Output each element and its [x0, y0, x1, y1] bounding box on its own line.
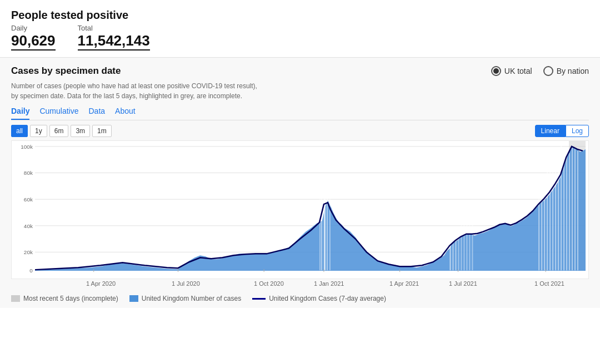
svg-rect-22: [458, 226, 459, 270]
radio-uk-label: UK total: [504, 67, 532, 75]
daily-stat: Daily 90,629: [11, 24, 56, 50]
description-line1: Number of cases (people who have had at …: [11, 82, 257, 90]
radio-uk-circle: [491, 66, 501, 76]
legend-incomplete-label: Most recent 5 days (incomplete): [23, 295, 118, 302]
svg-rect-30: [544, 176, 545, 270]
filter-all[interactable]: all: [11, 125, 28, 137]
svg-text:80k: 80k: [24, 170, 33, 176]
legend-grey-icon: [11, 295, 20, 302]
x-label-jan2021: 1 Jan 2021: [314, 280, 344, 287]
filter-1m[interactable]: 1m: [92, 125, 112, 137]
svg-text:40k: 40k: [24, 223, 33, 229]
controls-row: all 1y 6m 3m 1m Linear Log: [11, 125, 589, 137]
tab-row: Daily Cumulative Data About: [11, 107, 589, 120]
x-label-jul2021: 1 Jul 2021: [449, 280, 477, 287]
svg-rect-28: [538, 185, 539, 270]
scale-filters: Linear Log: [535, 125, 589, 137]
chart-header: Cases by specimen date UK total By natio…: [11, 65, 589, 77]
daily-label: Daily: [11, 24, 56, 32]
svg-rect-38: [566, 151, 567, 270]
chart-svg: 100k 80k 60k 40k 20k 0: [12, 141, 588, 279]
tab-about[interactable]: About: [115, 107, 136, 120]
legend-average-label: United Kingdom Cases (7-day average): [269, 295, 386, 302]
svg-rect-15: [321, 182, 322, 270]
svg-rect-31: [547, 171, 548, 271]
svg-rect-14: [324, 174, 326, 271]
filter-3m[interactable]: 3m: [71, 125, 90, 137]
svg-rect-39: [569, 153, 570, 270]
description-line2: by specimen date. Data for the last 5 da…: [11, 92, 242, 100]
total-stat: Total 11,542,143: [78, 24, 150, 50]
page-title: People tested positive: [11, 9, 589, 22]
x-label-oct2020: 1 Oct 2020: [254, 280, 284, 287]
filter-1y[interactable]: 1y: [30, 125, 47, 137]
x-label-oct2021: 1 Oct 2021: [534, 280, 564, 287]
total-label: Total: [78, 24, 150, 32]
svg-rect-36: [561, 144, 562, 270]
legend-blue-icon: [129, 295, 138, 302]
x-axis-labels: 1 Apr 2020 1 Jul 2020 1 Oct 2020 1 Jan 2…: [11, 279, 589, 280]
daily-value: 90,629: [11, 32, 56, 50]
svg-rect-29: [541, 180, 542, 270]
svg-rect-26: [469, 223, 470, 270]
svg-rect-50: [11, 295, 20, 302]
svg-rect-40: [572, 145, 573, 270]
x-label-apr2021: 1 Apr 2021: [389, 280, 419, 287]
top-section: People tested positive Daily 90,629 Tota…: [0, 0, 600, 58]
svg-text:0: 0: [29, 267, 33, 274]
svg-rect-24: [463, 223, 464, 270]
svg-rect-33: [552, 160, 553, 270]
tab-data[interactable]: Data: [89, 107, 106, 120]
tab-cumulative[interactable]: Cumulative: [39, 107, 78, 120]
chart-description: Number of cases (people who have had at …: [11, 81, 589, 101]
scale-log[interactable]: Log: [566, 125, 589, 137]
radio-nation-label: By nation: [557, 67, 589, 75]
svg-rect-16: [327, 185, 328, 270]
time-filters: all 1y 6m 3m 1m: [11, 125, 112, 137]
svg-rect-41: [574, 149, 576, 270]
radio-uk-total[interactable]: UK total: [491, 66, 532, 76]
legend-row: Most recent 5 days (incomplete) United K…: [11, 295, 589, 302]
legend-cases-label: United Kingdom Number of cases: [142, 295, 241, 302]
svg-rect-35: [558, 149, 559, 270]
stats-row: Daily 90,629 Total 11,542,143: [11, 24, 589, 50]
svg-rect-20: [452, 232, 453, 270]
svg-rect-17: [319, 190, 321, 270]
x-label-jul2020: 1 Jul 2020: [172, 280, 200, 287]
radio-group: UK total By nation: [491, 66, 589, 76]
main-section: Cases by specimen date UK total By natio…: [0, 58, 600, 308]
total-value: 11,542,143: [78, 32, 150, 50]
radio-by-nation[interactable]: By nation: [543, 66, 589, 76]
legend-line-icon: [252, 298, 266, 300]
svg-rect-51: [129, 295, 138, 302]
svg-rect-21: [455, 228, 456, 270]
chart-container: 100k 80k 60k 40k 20k 0: [11, 140, 589, 279]
legend-incomplete: Most recent 5 days (incomplete): [11, 295, 118, 302]
svg-rect-32: [549, 166, 551, 270]
legend-average: United Kingdom Cases (7-day average): [252, 295, 386, 302]
svg-text:60k: 60k: [24, 196, 33, 203]
chart-title: Cases by specimen date: [11, 65, 121, 77]
tab-daily[interactable]: Daily: [11, 107, 29, 120]
scale-linear[interactable]: Linear: [535, 125, 566, 137]
radio-nation-circle: [543, 66, 553, 76]
svg-rect-18: [329, 193, 331, 270]
svg-rect-19: [449, 229, 451, 270]
svg-text:20k: 20k: [24, 249, 33, 255]
svg-rect-23: [461, 224, 462, 270]
svg-text:100k: 100k: [21, 144, 33, 150]
svg-rect-27: [472, 225, 473, 270]
filter-6m[interactable]: 6m: [49, 125, 69, 137]
legend-cases: United Kingdom Number of cases: [129, 295, 241, 302]
x-label-apr2020: 1 Apr 2020: [86, 280, 116, 287]
svg-rect-42: [577, 151, 578, 270]
svg-rect-34: [555, 155, 556, 270]
svg-rect-25: [466, 221, 467, 270]
